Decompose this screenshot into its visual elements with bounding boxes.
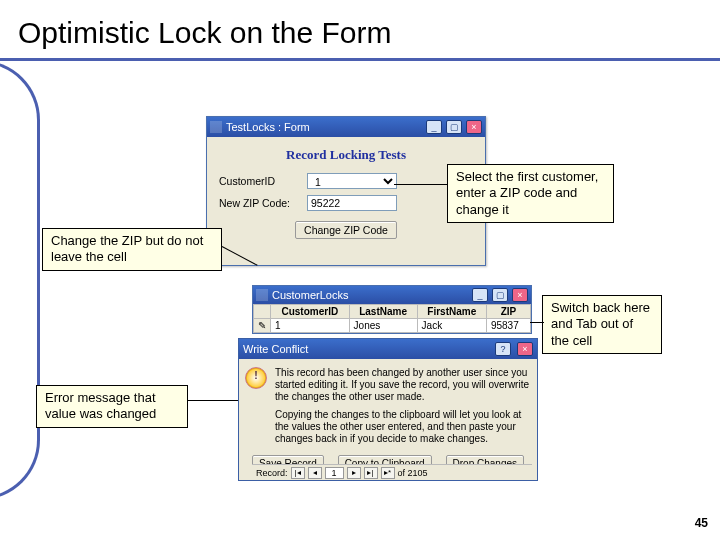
callout-select-first: Select the first customer, enter a ZIP c…	[447, 164, 614, 223]
change-zip-button[interactable]: Change ZIP Code	[295, 221, 397, 239]
zip-row: New ZIP Code:	[219, 195, 473, 211]
datasheet-title: CustomerLocks	[272, 289, 348, 301]
dialog-titlebar: Write Conflict ? ×	[239, 339, 537, 359]
col-customerid[interactable]: CustomerID	[271, 305, 350, 319]
dialog-body: This record has been changed by another …	[239, 359, 537, 451]
datasheet-titlebar: CustomerLocks _ ▢ ×	[253, 286, 531, 304]
customerlocks-window: CustomerLocks _ ▢ × CustomerID LastName …	[252, 285, 532, 334]
dialog-para1: This record has been changed by another …	[275, 367, 529, 403]
nav-last-button[interactable]: ▸|	[364, 467, 378, 479]
cell-first[interactable]: Jack	[417, 319, 486, 333]
callout-change-zip: Change the ZIP but do not leave the cell	[42, 228, 222, 271]
help-button[interactable]: ?	[495, 342, 511, 356]
customer-row: CustomerID 1	[219, 173, 473, 189]
cell-last[interactable]: Jones	[349, 319, 417, 333]
row-selector-icon[interactable]: ✎	[254, 319, 271, 333]
form-icon	[210, 121, 222, 133]
record-navigator: Record: |◂ ◂ 1 ▸ ▸| ▸* of 2105	[252, 464, 532, 480]
ds-minimize-button[interactable]: _	[472, 288, 488, 302]
col-firstname[interactable]: FirstName	[417, 305, 486, 319]
titlebar: TestLocks : Form _ ▢ ×	[207, 117, 485, 137]
warning-icon	[245, 367, 267, 389]
callout-switch-back: Switch back here and Tab out of the cell	[542, 295, 662, 354]
form-heading: Record Locking Tests	[213, 147, 479, 163]
form-body: Record Locking Tests CustomerID 1 New ZI…	[207, 137, 485, 245]
zip-label: New ZIP Code:	[219, 197, 299, 209]
window-title: TestLocks : Form	[226, 121, 310, 133]
close-button[interactable]: ×	[466, 120, 482, 134]
zip-input[interactable]	[307, 195, 397, 211]
write-conflict-dialog: Write Conflict ? × This record has been …	[238, 338, 538, 481]
title-underline	[0, 58, 720, 61]
dialog-title: Write Conflict	[243, 343, 308, 355]
table-row[interactable]: ✎ 1 Jones Jack 95837	[254, 319, 531, 333]
callout-line-1	[394, 184, 448, 185]
decorative-arc	[0, 60, 40, 500]
customer-label: CustomerID	[219, 175, 299, 187]
callout-line-4	[188, 400, 238, 401]
data-grid: CustomerID LastName FirstName ZIP ✎ 1 Jo…	[253, 304, 531, 333]
nav-next-button[interactable]: ▸	[347, 467, 361, 479]
dialog-close-button[interactable]: ×	[517, 342, 533, 356]
testlocks-window: TestLocks : Form _ ▢ × Record Locking Te…	[206, 116, 486, 266]
maximize-button[interactable]: ▢	[446, 120, 462, 134]
nav-prev-button[interactable]: ◂	[308, 467, 322, 479]
cell-zip[interactable]: 95837	[486, 319, 530, 333]
nav-first-button[interactable]: |◂	[291, 467, 305, 479]
minimize-button[interactable]: _	[426, 120, 442, 134]
ds-maximize-button[interactable]: ▢	[492, 288, 508, 302]
callout-line-3	[530, 322, 544, 323]
page-number: 45	[695, 516, 708, 530]
col-zip[interactable]: ZIP	[486, 305, 530, 319]
dialog-para2: Copying the changes to the clipboard wil…	[275, 409, 529, 445]
nav-new-button[interactable]: ▸*	[381, 467, 395, 479]
cell-id[interactable]: 1	[271, 319, 350, 333]
recnav-value[interactable]: 1	[325, 467, 344, 479]
callout-error-msg: Error message that value was changed	[36, 385, 188, 428]
recnav-of: of 2105	[398, 468, 428, 478]
customer-select[interactable]: 1	[307, 173, 397, 189]
col-lastname[interactable]: LastName	[349, 305, 417, 319]
ds-close-button[interactable]: ×	[512, 288, 528, 302]
datasheet-icon	[256, 289, 268, 301]
slide-title: Optimistic Lock on the Form	[18, 16, 391, 50]
recnav-label: Record:	[256, 468, 288, 478]
